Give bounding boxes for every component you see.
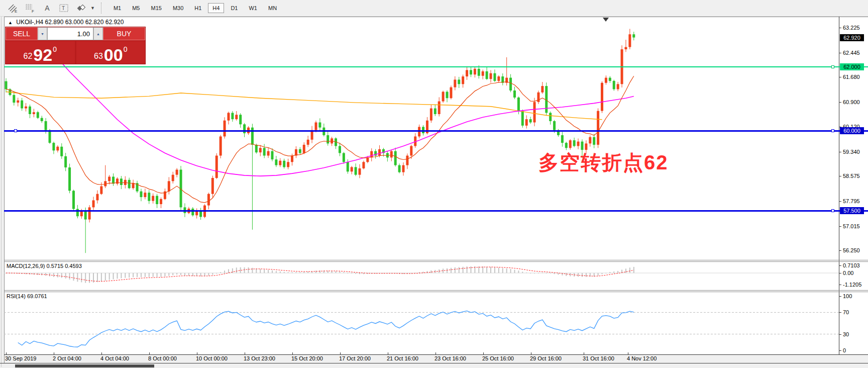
rsi-tick-mark <box>839 350 841 351</box>
volume-input[interactable]: 1.00 <box>47 27 93 40</box>
chart-shift-marker[interactable] <box>603 18 609 22</box>
volume-decrease-button[interactable]: ▼ <box>38 27 47 40</box>
rsi-tick-mark <box>839 312 841 313</box>
price-tick-label: 56.250 <box>843 247 860 253</box>
price-tick-label: 61.680 <box>843 74 860 80</box>
macd-tick-mark <box>839 285 841 285</box>
date-tick-mark <box>436 352 436 355</box>
volume-increase-button[interactable]: ▲ <box>93 27 103 40</box>
textbox-t-icon[interactable]: T <box>58 3 70 14</box>
date-tick-mark <box>628 352 628 355</box>
line-handle[interactable] <box>831 209 834 212</box>
horizontal-level-line[interactable] <box>4 210 868 212</box>
date-tick-mark <box>101 352 102 355</box>
date-label: 13 Oct 23:00 <box>244 355 275 361</box>
buy-button[interactable]: BUY <box>103 27 145 40</box>
sell-button[interactable]: SELL <box>6 27 38 40</box>
symbol-header: ▲ UKOil-,H4 62.890 63.000 62.820 62.920 <box>8 19 124 26</box>
macd-tick-mark <box>839 265 841 266</box>
price-tick-mark <box>839 250 841 251</box>
price-tick-mark <box>839 176 841 176</box>
date-label: 8 Oct 00:00 <box>148 355 177 361</box>
date-label: 2 Oct 04:00 <box>53 355 81 361</box>
price-tick-label: 62.445 <box>843 50 860 56</box>
rsi-tick-label: 30 <box>843 331 849 337</box>
buy-price-sup: 0 <box>124 45 128 53</box>
rsi-tick-label: 70 <box>843 309 849 315</box>
price-tick-mark <box>839 201 841 202</box>
date-tick-mark <box>292 352 293 355</box>
price-tick-label: 57.795 <box>843 198 860 204</box>
price-tick-mark <box>839 102 841 103</box>
price-tag: 62.920 <box>840 34 864 41</box>
symbol-ohlc-text: UKOil-,H4 62.890 63.000 62.820 62.920 <box>16 19 124 26</box>
macd-tick-label: 0.7103 <box>843 262 860 268</box>
tab-w1[interactable]: W1 <box>244 3 262 13</box>
tab-mn[interactable]: MN <box>264 3 281 13</box>
date-tick-mark <box>340 352 341 355</box>
price-tick-mark <box>839 53 841 53</box>
horizontal-level-line[interactable] <box>4 130 868 132</box>
date-tick-mark <box>584 352 584 355</box>
date-label: 4 Nov 12:00 <box>627 355 657 361</box>
price-tick-label: 63.225 <box>843 25 860 31</box>
grid-f-icon[interactable]: F <box>24 3 36 14</box>
price-tag: 60.000 <box>840 127 864 134</box>
up-triangle-icon: ▲ <box>8 20 13 25</box>
buy-price-small: 63 <box>94 52 103 61</box>
date-tick-mark <box>531 352 531 355</box>
date-tick-mark <box>54 352 54 355</box>
horizontal-level-line[interactable] <box>4 66 868 67</box>
sell-price-sup: 0 <box>53 45 57 53</box>
tab-d1[interactable]: D1 <box>226 3 242 13</box>
date-tick-mark <box>388 352 388 355</box>
price-tag: 62.000 <box>840 63 864 70</box>
date-label: 30 Sep 2019 <box>5 355 36 361</box>
macd-panel-chart[interactable] <box>4 262 839 290</box>
tab-h4[interactable]: H4 <box>208 3 224 13</box>
price-tick-mark <box>839 152 841 152</box>
timeframe-bar: M1 M5 M15 M30 H1 H4 D1 W1 MN <box>108 3 282 13</box>
macd-tick-mark <box>839 273 841 273</box>
line-handle[interactable] <box>831 65 834 68</box>
price-tick-mark <box>839 77 841 77</box>
date-label: 23 Oct 16:00 <box>435 355 466 361</box>
toolbar-icon-group: E F A T ▼ <box>0 3 95 14</box>
rsi-splitter[interactable] <box>4 290 868 291</box>
line-handle[interactable] <box>14 129 17 132</box>
tab-m1[interactable]: M1 <box>109 3 126 13</box>
buy-price-big: 00 <box>104 48 123 62</box>
svg-text:T: T <box>62 6 65 11</box>
macd-splitter[interactable] <box>4 260 868 260</box>
date-tick-mark <box>6 352 7 355</box>
date-tick-mark <box>483 352 484 355</box>
tab-h1[interactable]: H1 <box>190 3 206 13</box>
date-label: 15 Oct 20:00 <box>291 355 323 361</box>
line-handle[interactable] <box>831 129 834 132</box>
price-tick-mark <box>839 28 841 28</box>
date-tick-mark <box>197 352 197 355</box>
buy-price[interactable]: 63 00 0 <box>76 41 146 64</box>
price-tag: 57.500 <box>840 207 864 214</box>
svg-text:F: F <box>32 9 34 13</box>
sell-price[interactable]: 62 92 0 <box>6 41 75 64</box>
date-label: 25 Oct 16:00 <box>482 355 514 361</box>
rsi-label: RSI(14) 69.0761 <box>7 293 47 299</box>
price-tick-label: 57.015 <box>843 223 860 229</box>
rsi-tick-mark <box>839 334 841 335</box>
date-label: 29 Oct 16:00 <box>530 355 562 361</box>
tab-m5[interactable]: M5 <box>128 3 144 13</box>
date-tick-mark <box>245 352 245 355</box>
rsi-panel-chart[interactable] <box>4 292 839 354</box>
dropdown-caret-icon[interactable]: ▼ <box>90 6 95 11</box>
price-tick-label: 59.340 <box>843 149 860 155</box>
rsi-tick-mark <box>839 296 841 297</box>
tab-m15[interactable]: M15 <box>146 3 166 13</box>
label-a-icon[interactable]: A <box>41 3 53 14</box>
tab-m30[interactable]: M30 <box>168 3 188 13</box>
horizontal-scrollbar-thumb[interactable] <box>15 364 154 367</box>
indicators-hatch-e-icon[interactable]: E <box>7 3 19 14</box>
date-label: 4 Oct 04:00 <box>100 355 129 361</box>
rsi-tick-label: 100 <box>843 293 852 299</box>
colors-icon[interactable] <box>75 3 87 14</box>
